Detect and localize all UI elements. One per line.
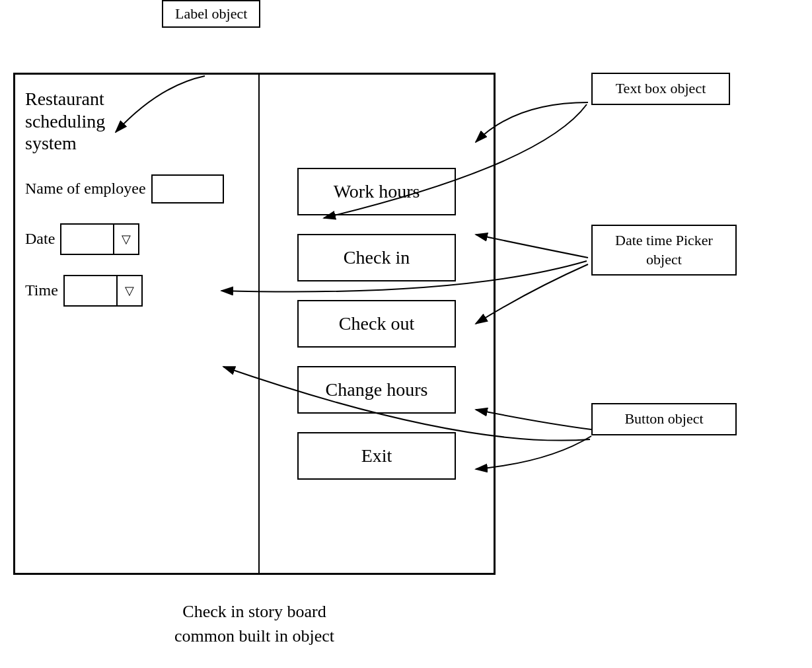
check-in-button[interactable]: Check in <box>297 234 456 281</box>
main-diagram: Restaurantschedulingsystem Name of emplo… <box>13 73 496 575</box>
work-hours-button[interactable]: Work hours <box>297 168 456 215</box>
name-input[interactable] <box>151 174 224 204</box>
change-hours-button[interactable]: Change hours <box>297 366 456 414</box>
name-field-row: Name of employee <box>25 174 248 204</box>
date-label: Date <box>25 230 55 248</box>
diagram-caption: Check in story board common built in obj… <box>13 600 496 648</box>
time-label: Time <box>25 281 58 299</box>
exit-button[interactable]: Exit <box>297 432 456 480</box>
time-dropdown-arrow[interactable]: ▽ <box>118 276 141 305</box>
name-label: Name of employee <box>25 180 146 198</box>
check-out-button[interactable]: Check out <box>297 300 456 348</box>
label-object-annotation: Label object <box>162 0 260 28</box>
time-dropdown[interactable]: ▽ <box>63 275 143 307</box>
right-panel: Work hours Check in Check out Change hou… <box>260 75 494 573</box>
date-dropdown-arrow[interactable]: ▽ <box>114 225 138 254</box>
text-box-object-annotation: Text box object <box>591 73 730 105</box>
button-object-annotation: Button object <box>591 403 737 435</box>
time-field-row: Time ▽ <box>25 275 248 307</box>
date-field-row: Date ▽ <box>25 223 248 255</box>
left-panel: Restaurantschedulingsystem Name of emplo… <box>15 75 260 573</box>
date-dropdown[interactable]: ▽ <box>60 223 139 255</box>
date-time-picker-annotation: Date time Picker object <box>591 225 737 276</box>
app-title: Restaurantschedulingsystem <box>25 88 248 155</box>
